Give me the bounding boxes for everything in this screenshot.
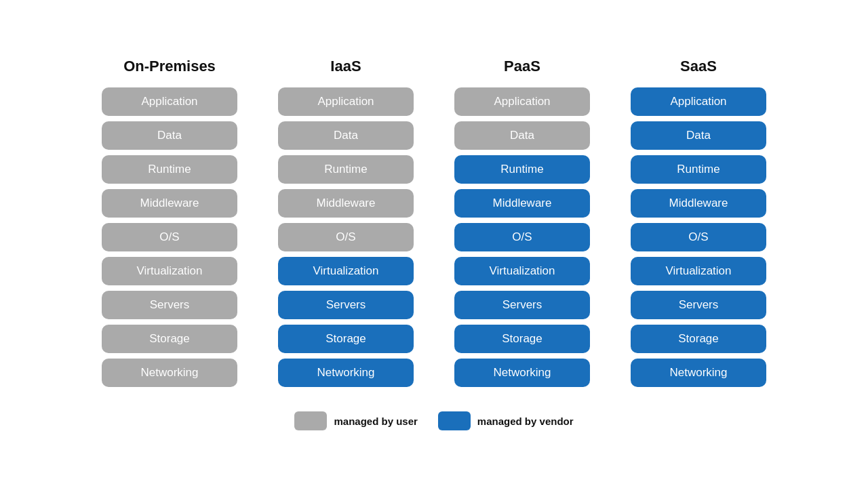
pill-iaas-8: Networking (278, 359, 414, 387)
legend: managed by user managed by vendor (294, 411, 573, 430)
pill-paas-4: O/S (454, 223, 590, 251)
pill-saas-0: Application (631, 87, 766, 116)
pill-paas-3: Middleware (454, 189, 590, 218)
pill-on-premises-7: Storage (102, 325, 237, 353)
pill-paas-1: Data (454, 121, 590, 150)
column-header-paas: PaaS (504, 58, 540, 75)
legend-box-vendor (438, 411, 471, 430)
pill-paas-5: Virtualization (454, 257, 590, 285)
pill-saas-1: Data (631, 121, 766, 150)
pill-on-premises-3: Middleware (102, 189, 237, 218)
legend-item-vendor: managed by vendor (438, 411, 574, 430)
pill-saas-4: O/S (631, 223, 766, 251)
pill-iaas-6: Servers (278, 291, 414, 319)
column-header-saas: SaaS (680, 58, 717, 75)
columns-wrapper: On-PremisesApplicationDataRuntimeMiddlew… (27, 58, 841, 392)
pill-saas-6: Servers (631, 291, 766, 319)
pill-iaas-1: Data (278, 121, 414, 150)
chart-container: On-PremisesApplicationDataRuntimeMiddlew… (0, 44, 868, 444)
pill-saas-2: Runtime (631, 155, 766, 184)
pill-paas-0: Application (454, 87, 590, 116)
pill-iaas-2: Runtime (278, 155, 414, 184)
legend-item-user: managed by user (294, 411, 417, 430)
pill-saas-3: Middleware (631, 189, 766, 218)
pill-on-premises-6: Servers (102, 291, 237, 319)
pill-iaas-7: Storage (278, 325, 414, 353)
pill-on-premises-2: Runtime (102, 155, 237, 184)
pill-saas-8: Networking (631, 359, 766, 387)
column-saas: SaaSApplicationDataRuntimeMiddlewareO/SV… (624, 58, 773, 392)
column-iaas: IaaSApplicationDataRuntimeMiddlewareO/SV… (271, 58, 420, 392)
pill-paas-7: Storage (454, 325, 590, 353)
pill-on-premises-5: Virtualization (102, 257, 237, 285)
column-on-premises: On-PremisesApplicationDataRuntimeMiddlew… (95, 58, 244, 392)
column-header-iaas: IaaS (330, 58, 361, 75)
pill-saas-5: Virtualization (631, 257, 766, 285)
column-paas: PaaSApplicationDataRuntimeMiddlewareO/SV… (448, 58, 597, 392)
legend-label-vendor: managed by vendor (477, 415, 574, 427)
pill-iaas-0: Application (278, 87, 414, 116)
pill-on-premises-8: Networking (102, 359, 237, 387)
pill-paas-8: Networking (454, 359, 590, 387)
pill-iaas-4: O/S (278, 223, 414, 251)
pill-on-premises-1: Data (102, 121, 237, 150)
pill-paas-6: Servers (454, 291, 590, 319)
legend-box-user (294, 411, 327, 430)
pill-iaas-3: Middleware (278, 189, 414, 218)
pill-on-premises-4: O/S (102, 223, 237, 251)
pill-on-premises-0: Application (102, 87, 237, 116)
column-header-on-premises: On-Premises (123, 58, 216, 75)
pill-iaas-5: Virtualization (278, 257, 414, 285)
pill-paas-2: Runtime (454, 155, 590, 184)
pill-saas-7: Storage (631, 325, 766, 353)
legend-label-user: managed by user (334, 415, 417, 427)
